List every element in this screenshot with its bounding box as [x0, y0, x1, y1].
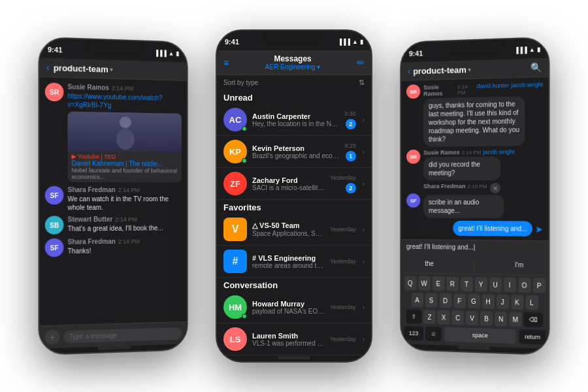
- shift-key[interactable]: ⇧: [406, 309, 421, 323]
- key-q[interactable]: Q: [404, 276, 416, 290]
- center-screen: ≡ Messages AER Engineering ▾ ✏ Sort by t…: [217, 50, 371, 356]
- list-item[interactable]: ZF Zachary Ford SACI is a micro-satellit…: [217, 168, 371, 200]
- key-v[interactable]: V: [466, 311, 478, 326]
- suggestion-item[interactable]: the: [421, 259, 437, 270]
- avatar: #: [223, 250, 247, 273]
- key-o[interactable]: O: [518, 278, 531, 293]
- notch-right: [444, 39, 503, 56]
- list-item[interactable]: V △ VS-50 Team Space Applications, Satel…: [217, 214, 371, 246]
- conv-preview: Space Applications, Satellites and Paylo…: [252, 230, 325, 237]
- key-u[interactable]: U: [489, 277, 501, 291]
- dropdown-right[interactable]: ▾: [468, 66, 471, 73]
- avatar: ZF: [223, 172, 247, 195]
- list-item: SF Shara Fredman 2:14 PM We can watch it…: [45, 186, 182, 212]
- return-key[interactable]: return: [519, 329, 546, 345]
- key-w[interactable]: W: [418, 276, 431, 290]
- list-item[interactable]: HM Howard Murray payload of NASA's EOS-P…: [217, 291, 371, 323]
- key-g[interactable]: G: [468, 294, 480, 308]
- unread-badge: 2: [346, 183, 356, 193]
- unread-list: AC Austin Carpenter Hey, the location is…: [217, 104, 371, 200]
- list-item[interactable]: LS Lauren Smith VLS-1 was performed on N…: [217, 323, 371, 355]
- key-m[interactable]: M: [509, 312, 521, 327]
- list-item[interactable]: KP Kevin Peterson Brazil's geographic an…: [217, 136, 371, 168]
- suggestion-item[interactable]: I'm: [511, 260, 527, 272]
- key-h[interactable]: H: [482, 294, 494, 309]
- conv-time: Yesterday: [330, 258, 356, 265]
- delete-key[interactable]: ⌫: [524, 312, 544, 327]
- key-f[interactable]: F: [453, 293, 466, 308]
- phone-right: 9:41 ▐▐▐ ▲ ▮ ‹ product-team ▾ 🔍: [400, 37, 549, 355]
- avatar: AC: [223, 108, 247, 131]
- filter-icon[interactable]: ≡: [223, 57, 229, 68]
- key-l[interactable]: L: [525, 295, 538, 310]
- conv-name: △ VS-50 Team: [252, 221, 325, 230]
- list-item: SR Susie Ramos 2:14 PM https://www.youtu…: [45, 82, 182, 182]
- key-k[interactable]: K: [511, 295, 523, 310]
- link-preview: ▶ Youtube | TED Daniel Kahneman | The ri…: [68, 112, 182, 183]
- emoji-key[interactable]: ☺: [425, 327, 442, 342]
- tag: david.hunter: [476, 82, 509, 90]
- dismiss-button[interactable]: ✕: [490, 183, 500, 193]
- key-c[interactable]: C: [451, 310, 464, 325]
- message-typing-bar: great! I'll listening and...|: [401, 239, 548, 255]
- phone-center: 9:41 ▐▐▐ ▲ ▮ ≡ Messages AER Engineering …: [216, 29, 372, 363]
- key-a[interactable]: A: [411, 293, 423, 307]
- conv-name: Howard Murray: [252, 300, 325, 308]
- time-left: 9:41: [48, 46, 63, 54]
- conv-preview: SACI is a micro-satellite being develope…: [252, 184, 325, 191]
- key-j[interactable]: J: [497, 295, 509, 310]
- key-r[interactable]: R: [446, 276, 459, 291]
- conv-preview: Brazil's geographic and economic charact…: [252, 152, 339, 159]
- key-x[interactable]: X: [438, 310, 450, 325]
- key-b[interactable]: B: [480, 311, 493, 326]
- key-e[interactable]: E: [432, 276, 444, 291]
- sort-icon[interactable]: ⇅: [359, 78, 365, 87]
- tag: jacob.wright: [511, 81, 543, 88]
- key-s[interactable]: S: [425, 293, 438, 307]
- status-icons-right: ▐▐▐ ▲ ▮: [514, 46, 540, 54]
- section-favorites: Favorites: [217, 200, 371, 214]
- sort-label[interactable]: Sort by type: [223, 79, 258, 86]
- numbers-key[interactable]: 123: [404, 326, 423, 341]
- key-t[interactable]: T: [461, 277, 473, 291]
- message-bubble: scribe in an audio message...: [423, 195, 504, 218]
- add-attachment-button[interactable]: +: [45, 329, 60, 344]
- message-input-right[interactable]: great! I'll listening and...|: [406, 243, 543, 252]
- send-icon[interactable]: ➤: [535, 223, 543, 234]
- key-y[interactable]: Y: [474, 277, 487, 291]
- right-screen: ‹ product-team ▾ 🔍 SR Susie Ramos: [401, 58, 548, 349]
- online-indicator: [242, 126, 247, 131]
- key-n[interactable]: N: [495, 312, 507, 327]
- chat-input-bar: + Type a message: [40, 321, 187, 349]
- key-i[interactable]: I: [504, 278, 516, 293]
- message-input[interactable]: Type a message: [63, 327, 182, 343]
- dropdown-left[interactable]: ▾: [110, 65, 113, 73]
- sent-message: great! I'll listening and... ➤: [406, 220, 543, 237]
- section-conversation: Conversation: [217, 278, 371, 291]
- sort-bar: Sort by type ⇅: [217, 75, 371, 90]
- back-button-left[interactable]: ‹: [46, 62, 50, 73]
- conv-time: Yesterday: [330, 336, 356, 342]
- channel-subtitle[interactable]: AER Engineering ▾: [265, 63, 321, 71]
- space-key[interactable]: space: [445, 327, 516, 344]
- left-screen: ‹ product-team ▾ SR Susie Ramos 2:14 PM: [40, 58, 187, 349]
- list-item[interactable]: AC Austin Carpenter Hey, the location is…: [217, 104, 371, 136]
- key-d[interactable]: D: [439, 293, 451, 308]
- battery-icon: ▮: [360, 39, 363, 45]
- right-chat-title: product-team: [413, 65, 466, 76]
- list-item[interactable]: # # VLS Engineering remote areas around …: [217, 246, 371, 278]
- msg-time: 2:14 PM: [457, 84, 474, 96]
- compose-icon[interactable]: ✏: [357, 57, 365, 68]
- online-indicator: [242, 158, 247, 163]
- key-p[interactable]: P: [532, 278, 545, 293]
- status-icons-center: ▐▐▐ ▲ ▮: [338, 39, 363, 45]
- key-z[interactable]: Z: [423, 310, 436, 324]
- conv-name: Austin Carpenter: [252, 112, 339, 120]
- list-item: SB Stewart Butter 2:14 PM That's a great…: [45, 216, 182, 235]
- conv-name: Zachary Ford: [252, 176, 325, 184]
- search-icon[interactable]: 🔍: [531, 62, 542, 73]
- sender-name: Susie Ramos: [423, 149, 460, 155]
- avatar: SF: [406, 193, 420, 208]
- svg-point-1: [116, 129, 135, 150]
- mic-button[interactable]: 🎤: [531, 347, 543, 349]
